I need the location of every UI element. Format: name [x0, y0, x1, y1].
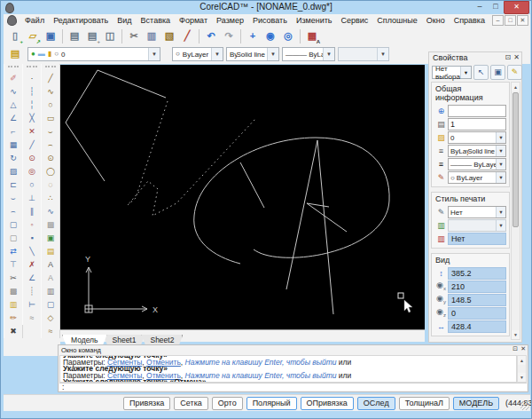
menu-item[interactable]: Вид — [113, 15, 136, 26]
command-input[interactable]: : — [59, 383, 527, 391]
layer-manager-icon[interactable]: ▤ — [6, 46, 24, 62]
sweep-icon[interactable]: ✏ — [4, 312, 22, 325]
status-toggle-толщинал[interactable]: ТолщинаЛ — [399, 397, 450, 410]
chevron-down-icon[interactable]: ▼ — [496, 220, 505, 231]
status-toggle-привязка[interactable]: Привязка — [123, 397, 170, 410]
command-option-link[interactable]: Нажмите на клавишу Enter, чтобы выйти — [185, 358, 337, 367]
batch-print-icon[interactable]: ▤+ — [83, 28, 101, 44]
arc-3point-icon[interactable]: ⌢ — [42, 138, 59, 152]
chevron-down-icon[interactable]: ▼ — [496, 132, 505, 143]
mdi-restore-button[interactable]: □ — [505, 15, 516, 26]
polygon-icon[interactable]: ◇ — [42, 312, 59, 325]
menu-item[interactable]: Сервис — [337, 15, 373, 26]
insert-image-icon[interactable]: ▤ — [42, 245, 59, 258]
chevron-down-icon[interactable]: ▼ — [496, 146, 505, 156]
minimize-button[interactable]: – — [472, 1, 488, 12]
command-history[interactable]: Укажите следующую точку»Параметры: Сегме… — [59, 355, 517, 383]
close-icon[interactable]: ✕ — [520, 345, 526, 352]
lineweight-combobox[interactable]: ——— ByLayer▼ — [448, 158, 506, 170]
revision-cloud-icon[interactable]: ≈ — [42, 325, 59, 338]
status-toggle-модель[interactable]: МОДЕЛЬ — [453, 397, 499, 410]
round-rectangle-icon[interactable]: ▢ — [4, 218, 22, 232]
edit-polyline-icon[interactable]: ∿ — [4, 85, 22, 99]
circle-tangent-icon[interactable]: ⊙ — [42, 152, 59, 165]
menu-item[interactable]: Окно — [422, 15, 450, 26]
open-file-icon[interactable]: ▱↗ — [24, 28, 42, 44]
command-scrollbar[interactable]: ▲ ▼ — [517, 355, 527, 383]
intersection-snap-icon[interactable]: ╳ — [23, 112, 41, 125]
entity-v-lines[interactable] — [286, 140, 333, 314]
view-width-field[interactable]: 428.4 — [448, 320, 506, 333]
undo-icon[interactable]: ↶ — [202, 28, 220, 44]
print-style-combobox[interactable]: Нет▼ — [448, 206, 506, 218]
entity-arrow-shape[interactable] — [307, 203, 347, 232]
parallel-snap-icon[interactable]: ∥ — [23, 205, 41, 218]
split-icon[interactable]: ✂ — [4, 272, 22, 285]
center-snap-icon[interactable]: ⊙ — [23, 152, 41, 165]
menu-item[interactable]: Файл — [20, 15, 49, 26]
toolbar-grip[interactable] — [27, 66, 37, 71]
entity-line[interactable] — [240, 162, 264, 208]
save-icon[interactable]: ▣ — [42, 28, 59, 44]
marker-icon[interactable]: ✗ — [23, 258, 41, 272]
pin-icon[interactable]: ⊡ — [505, 53, 512, 61]
midpoint-snap-icon[interactable]: ╎ — [23, 99, 41, 112]
quadrant-snap-icon[interactable]: ◎ — [23, 165, 41, 178]
cut-icon[interactable]: ✂ — [125, 28, 143, 44]
menu-item[interactable]: Размер — [212, 15, 248, 26]
linestyle-combobox[interactable]: ByLayer Solid line ▼ — [226, 47, 279, 61]
view-center-x-field[interactable]: 210 — [448, 281, 506, 293]
erase-icon[interactable]: ✐ — [4, 72, 22, 85]
lineweight-combobox[interactable]: ——— ByLayer ▼ — [282, 47, 335, 61]
text-style-combobox[interactable]: ▼ — [338, 47, 389, 61]
chevron-down-icon[interactable]: ▼ — [496, 159, 505, 170]
scrollbar-thumb[interactable] — [512, 92, 519, 227]
mdi-close-button[interactable]: ✕ — [517, 15, 528, 26]
layer-combobox[interactable]: ●▬▮○ 0 ▼ — [27, 47, 160, 61]
perpendicular-snap-icon[interactable]: ⊥ — [23, 192, 41, 205]
copy-icon[interactable]: ▥ — [143, 28, 160, 44]
linecolor-combobox[interactable]: ○ByLayer▼ — [448, 171, 506, 184]
hyperlink-field[interactable] — [448, 105, 506, 117]
scroll-up-icon[interactable]: ▲ — [518, 356, 526, 365]
entity-point-trail[interactable] — [128, 101, 255, 216]
tangent-snap-icon[interactable]: ○ — [23, 178, 41, 192]
print-style-applied-field[interactable]: Нет — [448, 233, 506, 245]
chevron-down-icon[interactable]: ▼ — [377, 48, 388, 60]
reverse-icon[interactable]: ⌐ — [4, 125, 22, 138]
toolbar-grip[interactable] — [45, 66, 56, 71]
annotative-scale-field[interactable]: 1 — [448, 118, 506, 130]
linestyle-combobox[interactable]: ByLayerSolid line▼ — [448, 145, 506, 157]
chamfer-icon[interactable]: △ — [4, 99, 22, 112]
boundary-icon[interactable]: ▢ — [42, 298, 59, 312]
close-icon[interactable]: ✕ — [513, 53, 520, 61]
rectangle-icon[interactable]: ▭ — [42, 112, 59, 125]
status-toggle-сетка[interactable]: Сетка — [174, 397, 207, 410]
fillet-icon[interactable]: ⌣ — [4, 192, 22, 205]
menu-item[interactable]: Справка — [450, 15, 489, 26]
explode-icon[interactable]: ✖ — [4, 325, 22, 338]
maximize-button[interactable]: □ — [488, 1, 504, 12]
insert-snap-icon[interactable]: ▪ — [23, 232, 41, 245]
trim-icon[interactable]: ⊤ — [4, 258, 22, 272]
status-toggle-орто[interactable]: Орто — [212, 397, 243, 410]
scroll-down-icon[interactable]: ▼ — [518, 373, 526, 382]
mdi-minimize-button[interactable]: – — [492, 15, 504, 26]
redo-icon[interactable]: ↷ — [220, 28, 238, 44]
pick-selection-button[interactable]: ↖ — [473, 65, 489, 80]
pattern-array-icon[interactable]: ▦ — [4, 138, 22, 152]
round-rectangle-2-icon[interactable]: ▢ — [4, 232, 22, 245]
zoom-window-icon[interactable]: ◉ — [262, 28, 279, 44]
print-icon[interactable]: ▤ — [66, 28, 83, 44]
text-icon[interactable]: A — [42, 258, 59, 272]
chevron-down-icon[interactable]: ▼ — [267, 48, 278, 60]
node-snap-icon[interactable]: ◦ — [23, 218, 41, 232]
entity-ellipse-curve[interactable] — [194, 138, 389, 264]
endpoint-snap-icon[interactable]: ┆ — [23, 85, 41, 99]
stretch-icon[interactable]: ⇄ — [4, 245, 22, 258]
entity-open-polygon[interactable] — [66, 70, 166, 181]
gradient-icon[interactable]: ▥ — [42, 285, 59, 298]
print-preview-icon[interactable]: ◫ — [101, 28, 119, 44]
format-paint-icon[interactable]: ╱ — [178, 28, 196, 44]
arc-icon[interactable]: ⌣ — [42, 125, 59, 138]
